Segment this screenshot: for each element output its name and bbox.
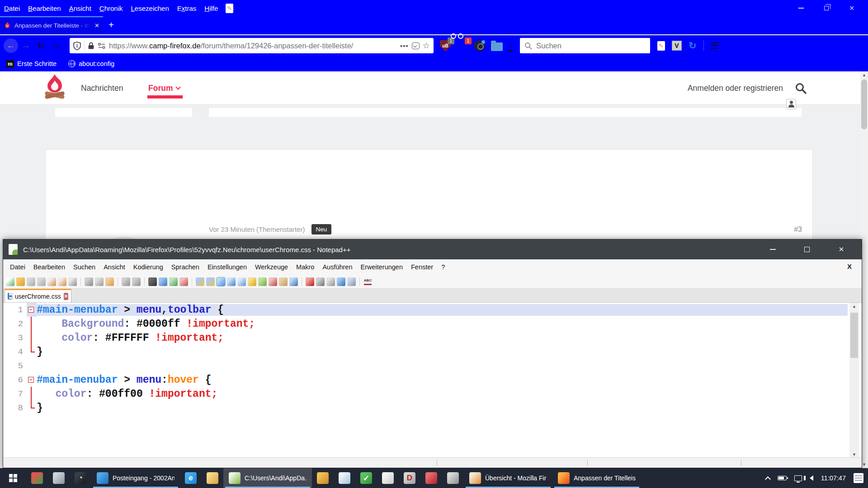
show-all-characters-icon[interactable] bbox=[227, 277, 236, 286]
search-bar[interactable]: Suchen bbox=[520, 38, 650, 53]
taskbar-button-thunderbird[interactable]: Posteingang - 2002An… bbox=[91, 468, 180, 488]
code-line-3[interactable]: 3 color: #FFFFFF !important; bbox=[3, 331, 848, 345]
open-file-icon[interactable] bbox=[16, 277, 25, 286]
redo-icon[interactable] bbox=[132, 277, 141, 286]
code-line-4[interactable]: 4} bbox=[3, 345, 848, 359]
bookmark-item-about-config[interactable]: about:config bbox=[68, 60, 114, 67]
print-icon[interactable] bbox=[68, 277, 77, 286]
save-all-icon[interactable] bbox=[37, 277, 46, 286]
find-icon[interactable] bbox=[148, 277, 157, 286]
home-button[interactable]: ⌂ bbox=[49, 38, 64, 53]
reload-button[interactable]: ↻ bbox=[33, 38, 49, 53]
menubar-item-ansicht[interactable]: Ansicht bbox=[65, 5, 95, 12]
code-line-6[interactable]: 6#main-menubar > menu:hover { bbox=[3, 373, 848, 387]
paste-icon[interactable] bbox=[105, 277, 114, 286]
npp-maximize-button[interactable] bbox=[797, 239, 817, 259]
npp-menu-x[interactable]: X bbox=[847, 263, 852, 270]
taskbar-icon-screen-share[interactable] bbox=[48, 468, 70, 488]
editor-scrollbar[interactable]: ▲ ▼ bbox=[849, 303, 859, 458]
new-file-icon[interactable] bbox=[6, 277, 14, 286]
function-lightning-icon[interactable] bbox=[248, 277, 256, 286]
zoom-out-icon[interactable] bbox=[179, 277, 188, 286]
page-actions-icon[interactable]: ••• bbox=[400, 42, 409, 50]
macro-record-icon[interactable] bbox=[306, 277, 314, 286]
extension-v-icon[interactable]: V bbox=[672, 41, 682, 51]
folder-extension-icon[interactable] bbox=[491, 42, 503, 51]
forward-button[interactable]: → bbox=[18, 38, 33, 53]
network-display-icon[interactable] bbox=[794, 475, 802, 481]
site-search-icon[interactable] bbox=[795, 82, 807, 94]
npp-menu-bearbeiten[interactable]: Bearbeiten bbox=[29, 263, 69, 271]
taskbar-icon-photos[interactable]: ◔ bbox=[70, 468, 91, 488]
editor-tab[interactable]: userChrome.css ✕ bbox=[5, 289, 71, 302]
doc-switcher-icon[interactable] bbox=[269, 277, 277, 286]
battery-icon[interactable] bbox=[778, 476, 787, 480]
npp-menu-makro[interactable]: Makro bbox=[292, 263, 318, 271]
taskbar-button-firefox-anpassen[interactable]: Anpassen der Titelleis… bbox=[552, 468, 641, 488]
npp-menu-ausfhren[interactable]: Ausführen bbox=[318, 263, 356, 271]
notes-toolbar-icon[interactable]: ✎ bbox=[657, 41, 665, 51]
npp-minimize-button[interactable] bbox=[762, 239, 783, 259]
folder-workspace-icon[interactable] bbox=[279, 277, 288, 286]
close-all-icon[interactable] bbox=[58, 277, 66, 286]
save-icon[interactable] bbox=[27, 277, 35, 286]
cookie-extension-icon[interactable]: 1 bbox=[457, 40, 468, 52]
scrollbar-thumb[interactable] bbox=[861, 80, 867, 129]
code-line-1[interactable]: 1#main-menubar > menu,toolbar { bbox=[3, 303, 848, 317]
post-number[interactable]: #3 bbox=[794, 225, 802, 234]
privacy-extension-icon[interactable] bbox=[474, 40, 485, 51]
taskbar-icon-d-tool[interactable]: D bbox=[399, 468, 420, 488]
code-editor[interactable]: 1#main-menubar > menu,toolbar {2 Backgro… bbox=[3, 303, 848, 458]
macro-save-icon[interactable] bbox=[347, 277, 356, 286]
undo-icon[interactable] bbox=[122, 277, 130, 286]
zoom-in-icon[interactable] bbox=[169, 277, 178, 286]
menubar-item-extras[interactable]: Extras bbox=[173, 5, 201, 12]
notes-extension-icon[interactable]: ✎ bbox=[226, 4, 233, 13]
taskbar-icon-colorful-app[interactable] bbox=[26, 468, 48, 488]
speaker-icon[interactable] bbox=[810, 475, 813, 481]
nav-forum[interactable]: Forum bbox=[148, 71, 180, 105]
code-line-7[interactable]: 7 color: #00ff00 !important; bbox=[3, 387, 848, 401]
menubar-item-chronik[interactable]: Chronik bbox=[95, 5, 127, 12]
login-link[interactable]: Anmelden oder registrieren bbox=[688, 71, 783, 105]
session-sync-icon[interactable]: ↻ bbox=[689, 40, 697, 51]
close-icon[interactable] bbox=[47, 277, 56, 286]
taskbar-icon-camera[interactable] bbox=[442, 468, 464, 488]
cut-icon[interactable] bbox=[85, 277, 93, 286]
tracking-shield-icon[interactable] bbox=[73, 42, 81, 50]
fold-margin[interactable] bbox=[27, 303, 37, 317]
npp-menu-ansicht[interactable]: Ansicht bbox=[99, 263, 129, 271]
copy-icon[interactable] bbox=[95, 277, 104, 286]
npp-menu-suchen[interactable]: Suchen bbox=[69, 263, 99, 271]
npp-menu-datei[interactable]: Datei bbox=[6, 263, 29, 271]
macro-stop-icon[interactable] bbox=[316, 277, 325, 286]
tab-close-icon[interactable]: ✕ bbox=[94, 22, 99, 29]
back-button[interactable]: ← bbox=[4, 38, 18, 53]
nav-nachrichten[interactable]: Nachrichten bbox=[81, 71, 123, 105]
taskbar-icon-explorer[interactable] bbox=[202, 468, 223, 488]
taskbar-icon-drive[interactable] bbox=[377, 468, 399, 488]
sync-horizontal-icon[interactable] bbox=[206, 277, 215, 286]
taskbar-icon-keepass[interactable] bbox=[312, 468, 334, 488]
sync-vertical-icon[interactable] bbox=[196, 277, 204, 286]
start-button[interactable] bbox=[0, 468, 26, 488]
npp-close-button[interactable]: ✕ bbox=[831, 239, 852, 259]
macro-run-multiple-icon[interactable] bbox=[337, 277, 345, 286]
downloads-button[interactable]: ↓ bbox=[509, 40, 513, 52]
editor-scrollbar-thumb[interactable] bbox=[850, 313, 858, 358]
restore-button[interactable] bbox=[814, 0, 839, 16]
npp-menu-kodierung[interactable]: Kodierung bbox=[129, 263, 167, 271]
menubar-item-lesezeichen[interactable]: Lesezeichen bbox=[127, 5, 173, 12]
npp-menu-werkzeuge[interactable]: Werkzeuge bbox=[251, 263, 292, 271]
menu-hamburger-icon[interactable] bbox=[711, 42, 718, 49]
browser-tab[interactable]: Anpassen der Titelleiste - In ✕ bbox=[0, 16, 103, 33]
monitoring-icon[interactable] bbox=[289, 277, 298, 286]
taskbar-button-firefox-uebersicht[interactable]: Übersicht - Mozilla Fir… bbox=[464, 468, 552, 488]
clock-time[interactable]: 11:07:47 bbox=[821, 474, 846, 482]
fold-collapse-icon[interactable] bbox=[28, 307, 34, 313]
npp-menu-fenster[interactable]: Fenster bbox=[407, 263, 437, 271]
code-line-5[interactable]: 5 bbox=[3, 359, 848, 373]
editor-tab-close-icon[interactable]: ✕ bbox=[64, 293, 68, 300]
bookmark-item-erste-schritte[interactable]: mErste Schritte bbox=[6, 60, 57, 68]
close-button[interactable]: ✕ bbox=[839, 0, 864, 16]
